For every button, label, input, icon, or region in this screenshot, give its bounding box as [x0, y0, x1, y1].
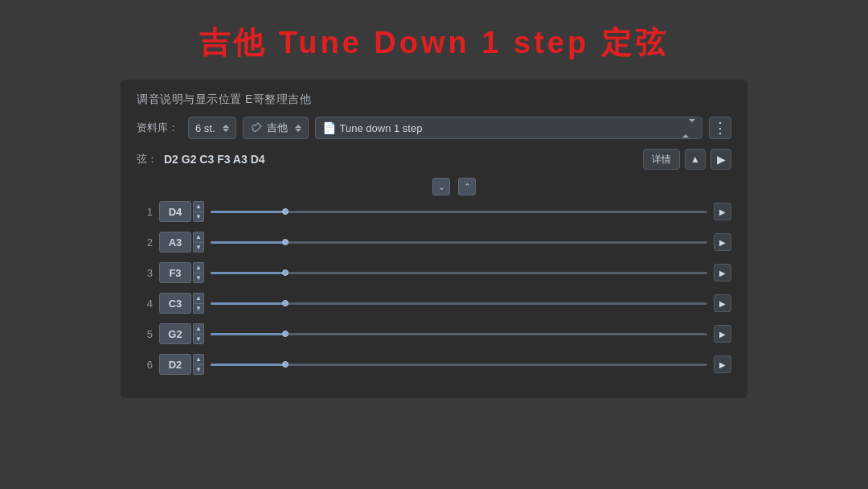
- string-number-6: 6: [137, 359, 153, 371]
- string-number-3: 3: [137, 267, 153, 279]
- string-stepper-6: ▲ ▼: [193, 354, 204, 375]
- string-stepper-2: ▲ ▼: [193, 232, 204, 253]
- string-stepper-4: ▲ ▼: [193, 293, 204, 314]
- string-slider-1[interactable]: [211, 203, 707, 220]
- main-panel: 调音说明与显示位置 E哥整理吉他 资料库： 6 st. 吉他 📄: [121, 80, 747, 398]
- slider-filled-3: [211, 272, 285, 274]
- string-note-2: A3: [159, 232, 191, 253]
- slider-track-6: [211, 364, 707, 366]
- string-slider-5[interactable]: [211, 326, 707, 342]
- string-stepper-1: ▲ ▼: [193, 201, 204, 222]
- slider-filled-2: [211, 241, 285, 244]
- step-up-4[interactable]: ▲: [193, 293, 204, 303]
- instrument-value: 吉他: [267, 121, 288, 135]
- string-number-4: 4: [137, 298, 153, 310]
- string-note-6: D2: [159, 354, 191, 375]
- slider-thumb-6: [282, 361, 289, 368]
- arrow-up-icon: [223, 125, 229, 128]
- sort-up-icon: ▲: [690, 154, 700, 165]
- strings-notes: D2 G2 C3 F3 A3 D4: [164, 153, 643, 166]
- strings-summary-row: 弦： D2 G2 C3 F3 A3 D4 详情 ▲ ▶: [137, 149, 731, 170]
- library-label: 资料库：: [137, 121, 178, 135]
- play-all-icon: ▶: [717, 153, 726, 166]
- arrow-up-icon3: [682, 122, 689, 138]
- instrument-dropdown[interactable]: 吉他: [243, 117, 309, 139]
- play-all-button[interactable]: ▶: [710, 149, 731, 170]
- strings-label: 弦：: [137, 152, 158, 166]
- more-button[interactable]: ⋮: [709, 117, 731, 139]
- step-up-6[interactable]: ▲: [193, 354, 204, 364]
- step-down-6[interactable]: ▼: [193, 364, 204, 375]
- step-down-5[interactable]: ▼: [193, 334, 204, 344]
- string-note-4: C3: [159, 293, 191, 314]
- step-up-1[interactable]: ▲: [193, 201, 204, 212]
- play-string-4[interactable]: ▶: [714, 294, 731, 312]
- string-slider-2[interactable]: [211, 234, 707, 250]
- arrow-down-icon: [223, 129, 229, 132]
- slider-track-5: [211, 333, 707, 335]
- slider-thumb-5: [282, 331, 289, 337]
- sort-down-button[interactable]: ⌄: [432, 178, 450, 195]
- play-string-5[interactable]: ▶: [714, 325, 731, 343]
- step-up-5[interactable]: ▲: [193, 323, 204, 334]
- string-number-1: 1: [137, 206, 153, 218]
- guitar-icon: [250, 121, 263, 134]
- detail-button[interactable]: 详情: [643, 149, 680, 170]
- arrow-down-icon2: [295, 129, 301, 132]
- play-string-2[interactable]: ▶: [714, 233, 731, 251]
- step-down-1[interactable]: ▼: [193, 212, 204, 222]
- string-slider-4[interactable]: [211, 295, 707, 311]
- string-slider-3[interactable]: [211, 265, 707, 281]
- tuning-value: Tune down 1 step: [340, 122, 678, 134]
- slider-thumb-4: [282, 300, 289, 306]
- string-stepper-5: ▲ ▼: [193, 323, 204, 344]
- tuning-dropdown[interactable]: 📄 Tune down 1 step: [315, 117, 702, 139]
- step-down-4[interactable]: ▼: [193, 303, 204, 314]
- slider-thumb-2: [282, 239, 289, 245]
- sort-arrows-row: ⌄ ⌃: [137, 178, 731, 195]
- string-stepper-3: ▲ ▼: [193, 262, 204, 283]
- sort-ascending-button[interactable]: ▲: [685, 149, 706, 170]
- string-row-5: 5 G2 ▲ ▼ ▶: [137, 321, 731, 347]
- play-string-3[interactable]: ▶: [714, 264, 731, 281]
- step-up-3[interactable]: ▲: [193, 262, 204, 273]
- instrument-arrow: [295, 125, 301, 132]
- step-down-2[interactable]: ▼: [193, 242, 204, 253]
- slider-track-3: [211, 272, 707, 274]
- arrow-down-icon3: [689, 119, 695, 134]
- string-row-3: 3 F3 ▲ ▼ ▶: [137, 260, 731, 286]
- step-up-2[interactable]: ▲: [193, 232, 204, 242]
- string-note-5: G2: [159, 323, 191, 344]
- slider-track-1: [211, 211, 707, 213]
- slider-thumb-3: [282, 269, 289, 276]
- step-down-3[interactable]: ▼: [193, 273, 204, 283]
- slider-filled-4: [211, 302, 285, 305]
- slider-filled-6: [211, 364, 285, 366]
- string-row-4: 4 C3 ▲ ▼ ▶: [137, 290, 731, 316]
- string-rows-container: 1 D4 ▲ ▼ ▶ 2 A3 ▲ ▼ ▶ 3 F3: [137, 199, 731, 377]
- page-title: 吉他 Tune Down 1 step 定弦: [0, 0, 868, 80]
- library-dropdown[interactable]: 6 st.: [188, 117, 236, 139]
- string-row-2: 2 A3 ▲ ▼ ▶: [137, 229, 731, 255]
- play-string-6[interactable]: ▶: [714, 355, 731, 373]
- slider-track-2: [211, 241, 707, 244]
- doc-icon: 📄: [322, 121, 336, 134]
- string-note-1: D4: [159, 201, 191, 222]
- string-note-3: F3: [159, 262, 191, 283]
- tuning-arrow: [682, 122, 695, 134]
- play-string-1[interactable]: ▶: [714, 203, 731, 220]
- sort-up-button[interactable]: ⌃: [458, 178, 476, 195]
- panel-header: 调音说明与显示位置 E哥整理吉他: [137, 92, 731, 107]
- arrow-up-icon2: [295, 125, 301, 128]
- string-number-2: 2: [137, 236, 153, 249]
- slider-track-4: [211, 302, 707, 305]
- controls-row: 资料库： 6 st. 吉他 📄 Tune down 1 step: [137, 117, 731, 139]
- slider-filled-1: [211, 211, 285, 213]
- string-row-1: 1 D4 ▲ ▼ ▶: [137, 199, 731, 224]
- string-slider-6[interactable]: [211, 356, 707, 372]
- library-arrow: [223, 125, 229, 132]
- slider-filled-5: [211, 333, 285, 335]
- slider-thumb-1: [282, 208, 289, 215]
- string-number-5: 5: [137, 328, 153, 340]
- string-row-6: 6 D2 ▲ ▼ ▶: [137, 351, 731, 377]
